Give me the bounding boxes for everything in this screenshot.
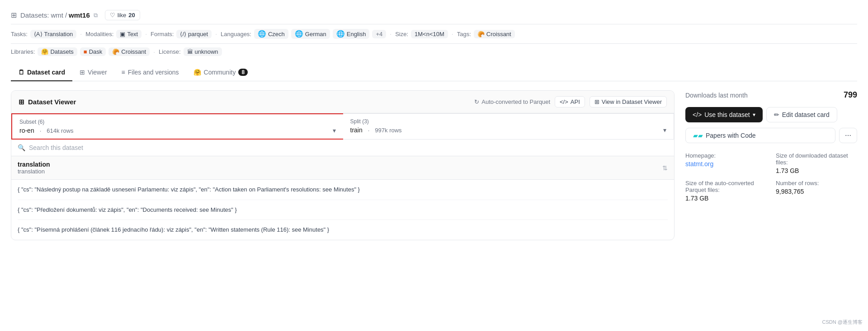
use-dataset-button[interactable]: </> Use this dataset ▾ [685, 107, 763, 122]
heart-icon: ♡ [110, 12, 115, 19]
croissant-lib-icon: 🥐 [112, 48, 119, 55]
col-name-light: translation [18, 168, 50, 175]
homepage-label: Homepage: [685, 152, 767, 159]
page-header: ⊞ Datasets: wmt / wmt16 ⧉ ♡ like 20 [11, 5, 857, 24]
community-badge: 8 [238, 69, 248, 76]
parquet-tag[interactable]: ⟨/⟩ parquet [176, 30, 212, 38]
split-label: Split (3) [350, 118, 667, 125]
downloaded-size-value: 1.73 GB [776, 167, 857, 174]
text-tag[interactable]: ▣ Text [116, 30, 142, 38]
split-inner: train · 997k rows ▾ [350, 126, 667, 134]
sort-icon[interactable]: ⇅ [662, 164, 668, 172]
meta-grid: Homepage: statmt.org Size of downloaded … [685, 152, 857, 202]
subset-selector[interactable]: Subset (6) ro-en · 614k rows ▾ [11, 113, 343, 140]
english-tag[interactable]: 🌐 English [333, 29, 370, 39]
col-name-bold: translation [18, 161, 50, 168]
search-input[interactable] [29, 144, 668, 151]
tags-row: Tasks: ⟨A⟩ Translation · Modalities: ▣ T… [11, 24, 857, 44]
edit-dataset-card-button[interactable]: ✏ Edit dataset card [766, 107, 837, 122]
like-label: like [118, 12, 127, 19]
modalities-label: Modalities: [85, 31, 113, 37]
search-row[interactable]: 🔍 [11, 140, 674, 156]
auto-converted-link[interactable]: ↻ Auto-converted to Parquet [474, 98, 550, 105]
downloads-row: Downloads last month 799 [685, 90, 857, 100]
api-button[interactable]: </> API [555, 96, 585, 107]
tab-viewer[interactable]: ⊞ Viewer [72, 64, 114, 81]
croissant-tag[interactable]: 🥐 Croissant [474, 30, 515, 38]
tab-dataset-card[interactable]: 🗒 Dataset card [11, 64, 72, 81]
papers-with-code-button[interactable]: ▰▰ Papers with Code [685, 128, 835, 143]
grid-icon: ⊞ [594, 98, 599, 105]
pwc-icon: ▰▰ [693, 132, 703, 139]
tasks-label: Tasks: [11, 31, 28, 37]
german-tag[interactable]: 🌐 German [291, 29, 330, 39]
tab-community-label: Community [204, 69, 236, 76]
tab-dataset-card-label: Dataset card [27, 69, 65, 76]
content-left: ⊞ Dataset Viewer ↻ Auto-converted to Par… [11, 90, 675, 240]
libraries-label: Libraries: [11, 48, 35, 55]
translation-tag[interactable]: ⟨A⟩ Translation [30, 30, 77, 38]
action-buttons: </> Use this dataset ▾ ✏ Edit dataset ca… [685, 107, 857, 122]
split-value: train [350, 126, 363, 134]
license-tag[interactable]: 🏛 unknown [184, 47, 222, 56]
num-rows-item: Number of rows: 9,983,765 [776, 180, 857, 202]
more-options-button[interactable]: ⋯ [839, 128, 857, 143]
like-count: 20 [128, 12, 135, 19]
main-content: ⊞ Dataset Viewer ↻ Auto-converted to Par… [11, 90, 857, 240]
size-tag[interactable]: 1M<n<10M [411, 30, 448, 38]
viewer-icon: ⊞ [80, 69, 85, 76]
code-brackets-icon: </> [693, 111, 702, 118]
downloads-count: 799 [844, 90, 857, 100]
view-in-dataset-viewer-button[interactable]: ⊞ View in Dataset Viewer [590, 96, 667, 107]
datasets-lib-tag[interactable]: 🤗 Datasets [38, 47, 77, 56]
libraries-row: Libraries: 🤗 Datasets ■ Dask 🥐 Croissant… [11, 44, 857, 61]
like-button[interactable]: ♡ like 20 [105, 10, 140, 20]
copy-icon[interactable]: ⧉ [94, 12, 98, 19]
refresh-icon: ↻ [474, 98, 479, 105]
datasets-label: Datasets: [20, 11, 49, 19]
subset-sep: · [40, 127, 42, 134]
wmt-namespace[interactable]: wmt [51, 11, 63, 19]
search-icon: 🔍 [18, 144, 25, 151]
croissant-lib-tag[interactable]: 🥐 Croissant [108, 47, 150, 56]
tab-files-label: Files and versions [128, 69, 179, 76]
globe-icon-czech: 🌐 [258, 30, 266, 38]
downloaded-size-label: Size of downloaded dataset files: [776, 152, 857, 166]
viewer-header: ⊞ Dataset Viewer ↻ Auto-converted to Par… [11, 91, 674, 113]
split-chevron-icon: ▾ [663, 126, 666, 134]
dropdown-arrow-icon: ▾ [753, 112, 755, 118]
tab-viewer-label: Viewer [88, 69, 107, 76]
dataset-viewer-box: ⊞ Dataset Viewer ↻ Auto-converted to Par… [11, 90, 675, 240]
formats-label: Formats: [151, 31, 174, 37]
table-row: { "cs": "Předložení dokumentů: viz zápis… [18, 200, 668, 220]
globe-icon-german: 🌐 [295, 30, 303, 38]
pwc-row: ▰▰ Papers with Code ⋯ [685, 128, 857, 143]
parquet-size-item: Size of the auto-converted Parquet files… [685, 180, 767, 202]
croissant-icon: 🥐 [477, 31, 485, 37]
files-icon: ≡ [122, 69, 125, 76]
dataset-card-icon: 🗒 [18, 69, 24, 76]
dask-lib-tag[interactable]: ■ Dask [80, 47, 106, 56]
homepage-value: statmt.org [685, 160, 767, 168]
column-names: translation translation [18, 161, 50, 175]
size-label: Size: [395, 31, 408, 37]
lang-plus[interactable]: +4 [372, 30, 386, 38]
split-selector[interactable]: Split (3) train · 997k rows ▾ [343, 113, 675, 140]
num-rows-value: 9,983,765 [776, 188, 857, 195]
dask-icon: ■ [84, 48, 87, 55]
column-header: translation translation ⇅ [11, 156, 674, 180]
czech-tag[interactable]: 🌐 Czech [254, 29, 288, 39]
more-dots-icon: ⋯ [845, 132, 851, 139]
tab-community[interactable]: 🤗 Community 8 [186, 64, 255, 81]
homepage-item: Homepage: statmt.org [685, 152, 767, 174]
table-row: { "cs": "Následný postup na základě usne… [18, 180, 668, 200]
subset-inner: ro-en · 614k rows ▾ [19, 127, 336, 134]
license-icon: 🏛 [187, 48, 193, 55]
data-rows: { "cs": "Následný postup na základě usne… [11, 180, 674, 240]
subset-chevron-icon: ▾ [333, 127, 336, 134]
subset-rows: 614k rows [47, 127, 73, 134]
tab-files-and-versions[interactable]: ≡ Files and versions [114, 64, 186, 81]
subset-label: Subset (6) [19, 119, 336, 125]
homepage-link[interactable]: statmt.org [685, 160, 713, 168]
datasets-icon: ⊞ [11, 11, 17, 19]
